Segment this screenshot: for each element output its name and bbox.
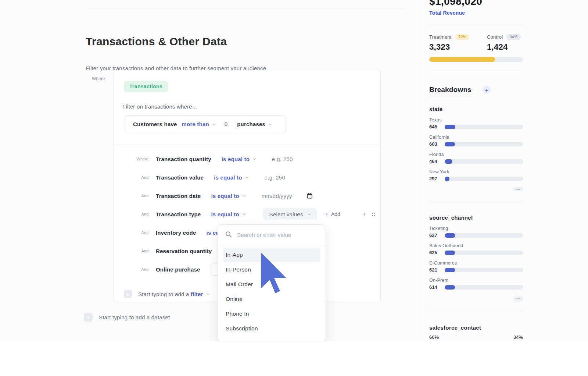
filter-type-dropdown[interactable]: filter <box>191 291 209 297</box>
breakdown-value: 464 <box>429 159 442 164</box>
purchase-unit-value: purchases <box>237 121 265 127</box>
more-button[interactable] <box>513 187 523 191</box>
more-button[interactable] <box>513 297 523 301</box>
divider <box>429 202 523 202</box>
purchase-unit-dropdown[interactable]: purchases <box>237 121 271 127</box>
breakdown-bar <box>445 159 523 164</box>
filter-row-transaction-type: And Transaction type is equal to Select … <box>114 205 380 223</box>
field-name: Online purchase <box>156 266 200 273</box>
filter-row-transaction-quantity: Where Transaction quantity is equal to e… <box>114 150 380 168</box>
breakdown-item: Sales Outbound 625 <box>429 243 523 255</box>
right-percentage: 34% <box>513 334 523 340</box>
breakdown-label: E-Commerce <box>429 260 523 266</box>
breakdown-group-state: state <box>429 106 523 112</box>
filter-row-transaction-value: And Transaction value is equal to e.g. 2… <box>114 168 380 187</box>
conjunction-label: And <box>122 230 148 235</box>
conjunction-label: And <box>122 249 148 253</box>
breakdown-value: 627 <box>429 233 442 238</box>
add-dataset-row[interactable]: + Start typing to add a dataset <box>84 313 170 322</box>
breakdown-label: Texas <box>429 117 523 123</box>
date-input[interactable]: mm/dd/yyyy <box>262 193 292 199</box>
breakdown-value: 297 <box>429 176 442 181</box>
control-column: Control30% 1,424 <box>487 34 545 52</box>
filter-row-transaction-date: And Transaction date is equal to mm/dd/y… <box>114 187 380 205</box>
page-title: Transactions & Other Data <box>86 35 227 48</box>
breakdown-bar <box>445 142 523 146</box>
divider <box>429 312 523 312</box>
breakdown-group-salesforce-contact: salesforce_contact <box>429 324 523 331</box>
chevron-down-icon <box>243 194 245 196</box>
breakdown-item: Ticketing 627 <box>429 226 523 238</box>
purchase-operator-dropdown[interactable]: more than <box>182 121 215 127</box>
control-value: 1,424 <box>487 42 545 52</box>
breakdown-bar <box>445 251 523 255</box>
total-revenue-amount: $1,098,020 <box>429 0 523 7</box>
chevron-down-icon <box>243 212 245 215</box>
value-input[interactable]: e.g. 250 <box>272 156 293 162</box>
more-row <box>429 297 523 301</box>
breakdown-item: Texas 645 <box>429 117 523 130</box>
conjunction-label: And <box>122 212 148 216</box>
add-dataset-hint: Start typing to add a dataset <box>99 314 170 320</box>
breakdown-bar <box>445 177 523 181</box>
filter-intro-text: Filter on transactions where... <box>122 103 197 110</box>
operator-value: is equal to <box>214 174 242 181</box>
operator-dropdown[interactable]: is equal to <box>222 156 255 162</box>
breakdown-label: Sales Outbound <box>429 243 523 248</box>
breakdown-value: 625 <box>429 250 442 255</box>
dropdown-search[interactable]: Search or enter value <box>218 225 326 245</box>
breakdown-group-source-channel: source_channel <box>429 214 523 221</box>
plus-icon: + <box>325 211 329 217</box>
more-row <box>429 187 523 191</box>
breakdowns-underline <box>429 96 473 96</box>
add-value-button[interactable]: +Add <box>325 211 340 217</box>
add-breakdown-button[interactable]: + <box>483 86 491 94</box>
dataset-tag-transactions[interactable]: Transactions <box>124 81 168 92</box>
calendar-icon[interactable] <box>307 193 312 199</box>
customer-filter-prefix: Customers have <box>133 121 177 127</box>
add-condition-icon[interactable]: + <box>362 210 366 218</box>
add-filter-hint: Start typing to add a filter <box>138 291 209 297</box>
treatment-value: 3,323 <box>429 42 487 52</box>
field-name: Transaction type <box>156 211 201 217</box>
hint-text: Start typing to add a <box>138 291 189 297</box>
total-revenue-link[interactable]: Total Revenue <box>429 10 523 16</box>
option-phone-in[interactable]: Phone In <box>218 306 326 321</box>
breakdown-value: 645 <box>429 124 442 130</box>
sidebar-divider <box>419 0 419 341</box>
app-canvas: Transactions & Other Data Filter your tr… <box>0 0 588 341</box>
chevron-down-icon <box>206 292 209 295</box>
mouse-cursor-icon <box>260 252 287 296</box>
conjunction-label: Where <box>122 157 148 161</box>
search-icon <box>225 231 232 239</box>
option-subscription[interactable]: Subscription <box>218 321 326 336</box>
plus-icon: + <box>124 290 132 298</box>
breakdown-bar <box>445 125 523 129</box>
field-name: Transaction value <box>156 174 204 181</box>
plus-icon: + <box>84 313 93 322</box>
operator-dropdown[interactable]: is equal to <box>214 174 248 181</box>
control-badge: 30% <box>506 34 521 40</box>
salesforce-contact-percentages: 66% 34% <box>429 334 523 340</box>
split-progress-fill <box>429 57 495 62</box>
drag-handle-icon[interactable] <box>372 213 373 214</box>
purchase-count-input[interactable]: 0 <box>225 121 227 127</box>
select-values-button[interactable]: Select values <box>263 208 317 220</box>
divider <box>429 71 523 71</box>
top-divider <box>89 8 403 8</box>
split-progress-bar <box>429 57 523 62</box>
operator-dropdown[interactable]: is equal to <box>211 193 245 199</box>
conjunction-label: And <box>122 194 148 198</box>
customer-purchase-filter: Customers have more than 0 purchases <box>125 115 286 133</box>
breakdown-bar <box>445 233 523 238</box>
operator-dropdown[interactable]: is equal to <box>211 211 245 217</box>
purchase-operator-value: more than <box>182 121 209 127</box>
treatment-badge: 70% <box>455 34 470 40</box>
conjunction-label: And <box>122 175 148 180</box>
breakdown-value: 614 <box>429 284 442 290</box>
control-label: Control <box>487 34 503 40</box>
value-input[interactable]: e.g. 250 <box>265 174 286 181</box>
search-placeholder: Search or enter value <box>237 232 291 238</box>
field-name: Transaction date <box>156 193 201 199</box>
treatment-column: Treatment70% 3,323 <box>429 34 487 52</box>
